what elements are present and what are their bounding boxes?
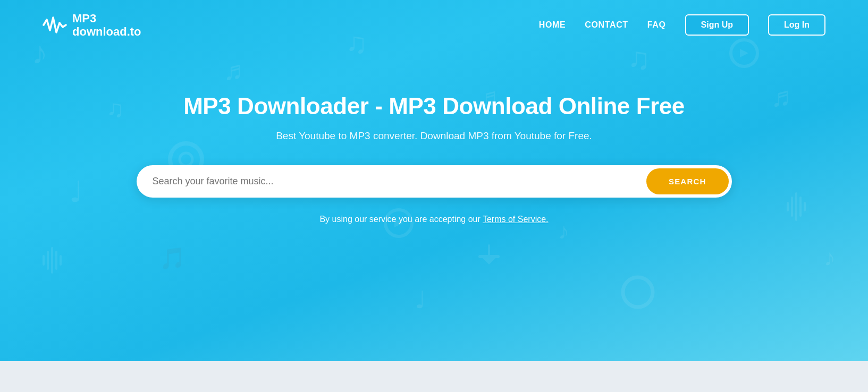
svg-rect-33 — [488, 244, 490, 258]
svg-rect-25 — [60, 255, 62, 266]
hero-title: MP3 Downloader - MP3 Download Online Fre… — [183, 93, 685, 120]
search-input[interactable] — [153, 176, 646, 187]
logo[interactable]: MP3 download.to — [43, 12, 141, 39]
hero-section: ♪ ♫ ♩ 🎵 ♬ ♪ ♫ ♩ ♬ ♪ ♫ ♩ ♬ ♪ — [0, 0, 868, 361]
footer-strip — [0, 361, 868, 392]
svg-text:♩: ♩ — [415, 286, 426, 313]
hero-content: MP3 Downloader - MP3 Download Online Fre… — [0, 93, 868, 224]
search-bar: SEARCH — [137, 165, 732, 198]
svg-rect-21 — [43, 255, 45, 266]
svg-rect-23 — [51, 247, 53, 274]
nav-contact[interactable]: CONTACT — [585, 20, 628, 30]
nav-faq[interactable]: FAQ — [647, 20, 666, 30]
svg-text:♬: ♬ — [223, 56, 243, 86]
hero-subtitle: Best Youtube to MP3 converter. Download … — [276, 130, 592, 142]
login-button[interactable]: Log In — [768, 14, 825, 36]
signup-button[interactable]: Sign Up — [685, 14, 749, 36]
svg-text:♪: ♪ — [824, 244, 836, 270]
terms-link[interactable]: Terms of Service. — [483, 215, 549, 224]
svg-text:🎵: 🎵 — [159, 245, 186, 271]
svg-rect-31 — [478, 255, 500, 258]
logo-icon — [43, 12, 68, 38]
svg-rect-24 — [55, 251, 57, 270]
navbar: MP3 download.to HOME CONTACT FAQ Sign Up… — [0, 0, 868, 50]
svg-point-16 — [623, 277, 653, 307]
svg-rect-22 — [47, 251, 49, 270]
nav-links: HOME CONTACT FAQ Sign Up Log In — [539, 14, 825, 36]
logo-text: MP3 download.to — [72, 12, 141, 39]
svg-marker-32 — [483, 258, 495, 265]
nav-home[interactable]: HOME — [539, 20, 566, 30]
search-button[interactable]: SEARCH — [646, 168, 729, 194]
terms-text: By using our service you are accepting o… — [319, 215, 548, 224]
